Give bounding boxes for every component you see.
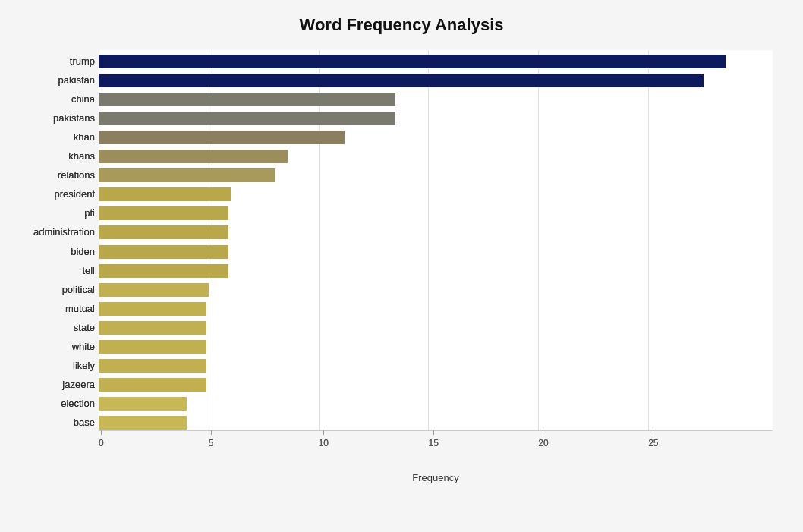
bar-row: mutual [99,299,773,319]
x-axis: Frequency 05101520250510152025 [99,430,773,461]
bar [99,283,209,297]
bar [99,74,704,87]
bar [99,131,345,144]
bar-row: pakistans [99,109,773,128]
bar [99,302,206,316]
bar-label: biden [0,242,95,262]
bar-label: state [0,318,95,338]
bar-row: khans [99,146,773,166]
x-tick: 25 [648,430,658,449]
bar-label: likely [0,356,95,376]
bar-row: white [99,337,773,357]
bar [99,112,395,125]
bar-label: relations [0,165,95,185]
x-tick-label: 10 [319,438,329,449]
bar-row: state [99,318,773,338]
x-tick-label: 25 [648,438,658,449]
bar [99,378,206,392]
bar-label: trump [0,52,95,71]
x-tick-label: 20 [538,438,548,449]
bar-label: political [0,280,95,300]
chart-container: Word Frequency Analysis trumppakistanchi… [0,0,803,532]
bar [99,359,206,373]
bar-row: relations [99,165,773,185]
bar [99,55,726,68]
bar-row: pakistan [99,71,773,90]
bar [99,187,231,201]
x-tick-label: 15 [428,438,438,449]
chart-title: Word Frequency Analysis [30,15,773,35]
x-tick-label: 5 [209,438,214,449]
bar-row: political [99,280,773,300]
bar-row: trump [99,52,773,71]
x-axis-title: Frequency [99,472,773,483]
bar-label: jazeera [0,375,95,395]
x-tick-label: 0 [99,438,104,449]
bar [99,397,187,411]
bar-row: administration [99,222,773,242]
bar [99,93,395,106]
bar-row: khan [99,127,773,147]
x-tick: 0 [99,430,104,449]
bar-label: pti [0,203,95,223]
bar [99,321,206,335]
x-tick: 15 [428,430,438,449]
x-tick-line [323,430,324,435]
bar [99,206,228,220]
bar-label: president [0,184,95,204]
bar [99,245,228,259]
bar-row: china [99,90,773,109]
bar-label: base [0,413,95,433]
bar-label: mutual [0,299,95,319]
bar-label: administration [0,222,95,242]
x-tick: 5 [209,430,214,449]
chart-area: trumppakistanchinapakistanskhankhansrela… [99,50,773,461]
bar-row: biden [99,242,773,262]
bar-row: tell [99,261,773,281]
bar-row: likely [99,356,773,376]
x-tick: 10 [319,430,329,449]
x-tick-line [543,430,543,435]
x-tick-line [653,430,653,435]
bar-label: khan [0,127,95,147]
bar-row: election [99,394,773,414]
bar-label: pakistan [0,71,95,90]
bar-row: pti [99,203,773,223]
bar [99,225,228,239]
bar [99,168,275,182]
x-tick-line [101,430,102,435]
x-tick-line [211,430,212,435]
bar [99,340,206,354]
bar [99,264,228,278]
bar-row: president [99,184,773,204]
bar-label: election [0,394,95,414]
bar [99,416,187,430]
bar-label: white [0,337,95,357]
bar [99,150,288,163]
x-tick-line [433,430,434,435]
bars-section: trumppakistanchinapakistanskhankhansrela… [99,50,773,430]
bar-label: tell [0,261,95,281]
bar-label: pakistans [0,109,95,128]
bar-label: china [0,90,95,109]
x-tick: 20 [538,430,548,449]
bar-row: jazeera [99,375,773,395]
bar-label: khans [0,146,95,166]
